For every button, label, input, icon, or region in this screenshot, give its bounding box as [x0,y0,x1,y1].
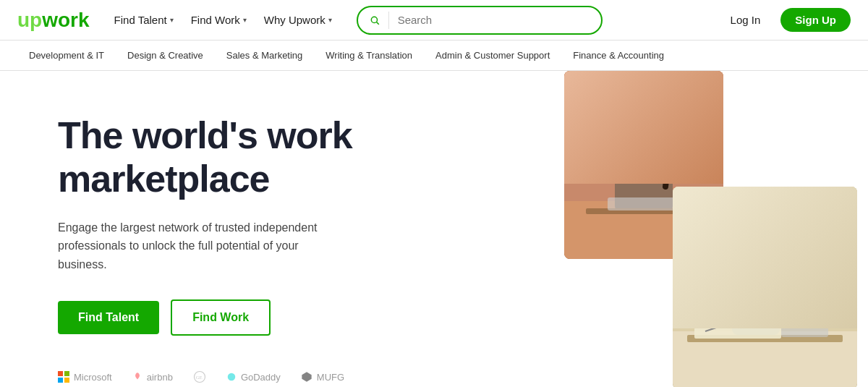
svg-point-19 [733,229,779,272]
svg-rect-16 [788,201,846,204]
nav-find-work[interactable]: Find Work ▾ [184,8,254,32]
svg-rect-5 [564,71,723,201]
search-divider [388,12,389,29]
svg-point-13 [685,80,697,91]
svg-rect-15 [673,187,857,331]
chevron-down-icon: ▾ [243,16,247,24]
hero-subtitle: Engage the largest network of trusted in… [58,218,333,274]
svg-rect-14 [673,187,857,387]
svg-text:GE: GE [196,375,203,380]
airbnb-logo: airbnb [132,372,173,383]
svg-point-20 [737,239,775,276]
svg-line-23 [757,213,757,233]
subnav-admin-support[interactable]: Admin & Customer Support [424,43,561,68]
svg-rect-26 [732,277,780,335]
hero-image-man [673,187,857,387]
subnav-writing-translation[interactable]: Writing & Translation [314,43,424,68]
subnav-finance-accounting[interactable]: Finance & Accounting [561,43,676,68]
svg-point-9 [622,100,665,146]
svg-rect-17 [788,226,846,229]
godaddy-icon [226,372,237,382]
nav-why-upwork[interactable]: Why Upwork ▾ [257,8,339,32]
airbnb-icon [132,372,142,382]
logo-up: up [17,9,42,31]
nav-find-talent[interactable]: Find Talent ▾ [107,8,181,32]
signup-button[interactable]: Sign Up [780,8,851,32]
hero-buttons: Find Talent Find Work [58,299,420,336]
svg-line-21 [741,216,745,236]
find-talent-button[interactable]: Find Talent [58,301,159,334]
subnav-dev-it[interactable]: Development & IT [17,43,116,68]
mufg-icon [301,371,312,383]
subnav-design-creative[interactable]: Design & Creative [116,43,215,68]
mufg-logo: MUFG [301,371,344,383]
search-input[interactable] [398,14,590,26]
ge-logo: GE GE [193,370,206,383]
hero-images [521,71,868,387]
login-button[interactable]: Log In [719,8,773,32]
svg-point-6 [618,93,669,150]
search-icon [370,15,380,25]
logo-work: work [42,9,89,31]
svg-point-12 [689,80,707,98]
svg-line-1 [376,22,378,24]
svg-rect-30 [781,317,828,337]
svg-point-8 [618,90,670,145]
subnav-sales-marketing[interactable]: Sales & Marketing [215,43,315,68]
svg-rect-11 [608,197,680,210]
chevron-down-icon: ▾ [328,16,332,24]
header-actions: Log In Sign Up [719,8,851,32]
ge-icon: GE [193,370,206,383]
svg-rect-28 [694,328,781,339]
hero-title: The world's work marketplace [58,114,420,201]
main-nav: Find Talent ▾ Find Work ▾ Why Upwork ▾ [107,8,339,32]
sub-nav: Development & IT Design & Creative Sales… [0,41,868,71]
trusted-logos: Microsoft airbnb GE GE GoDaddy MUFG [58,370,420,383]
microsoft-icon [58,371,69,383]
header: upwork Find Talent ▾ Find Work ▾ Why Upw… [0,0,868,41]
search-bar [357,6,603,35]
microsoft-logo: Microsoft [58,371,112,383]
person2-svg [673,187,857,387]
hero-left: The world's work marketplace Engage the … [0,71,448,387]
svg-line-24 [762,215,765,234]
svg-point-18 [734,230,778,281]
svg-line-25 [768,218,773,236]
logo[interactable]: upwork [17,9,90,32]
chevron-down-icon: ▾ [170,16,174,24]
godaddy-logo: GoDaddy [226,372,281,383]
find-work-button[interactable]: Find Work [171,299,271,336]
svg-line-22 [749,214,751,234]
person2-illustration [673,187,857,387]
svg-point-0 [371,17,377,22]
hero-section: The world's work marketplace Engage the … [0,71,868,387]
